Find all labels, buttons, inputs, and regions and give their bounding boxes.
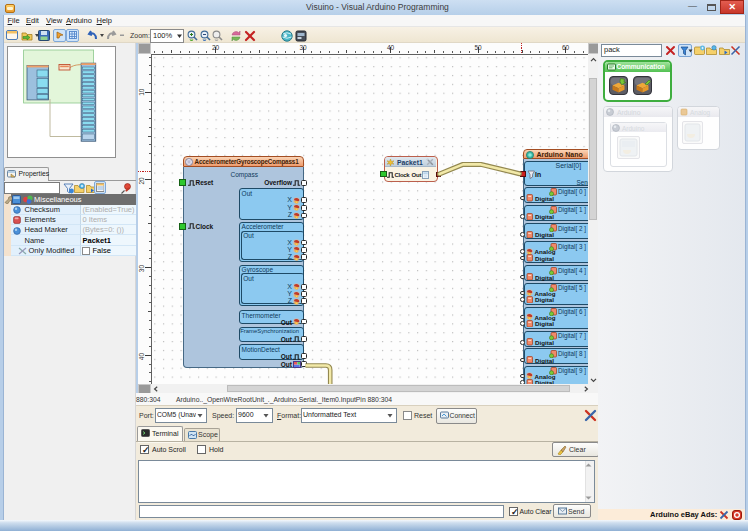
svg-text:40: 40 [138, 352, 145, 360]
svg-text:10: 10 [138, 88, 145, 96]
svg-text:20: 20 [138, 176, 145, 184]
svg-text:40: 40 [386, 44, 394, 51]
svg-text:50: 50 [474, 44, 482, 51]
svg-text:20: 20 [211, 44, 219, 51]
svg-text:30: 30 [299, 44, 307, 51]
svg-text:30: 30 [138, 264, 145, 272]
svg-text:60: 60 [561, 44, 569, 51]
